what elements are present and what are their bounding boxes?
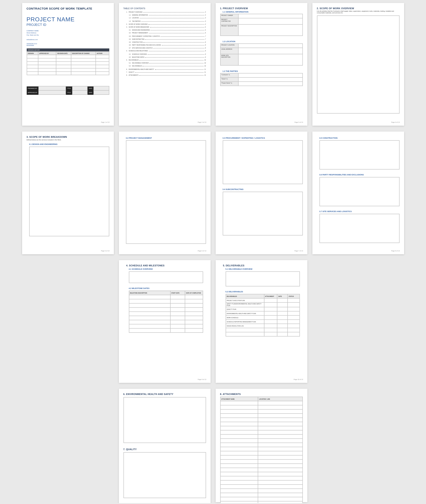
version-date: 00/00/0000 — [27, 45, 109, 46]
toc-item-number: 3.5 — [123, 41, 132, 43]
lbl-date-2: DATE — [87, 90, 94, 95]
version-block: VERSION 0.0.0 00/00/0000 — [27, 43, 109, 46]
page-number: Page 6 of 13 — [198, 250, 206, 252]
page-number: Page 8 of 13 — [391, 250, 400, 252]
toc-item: 3.5CONSTRUCTION8 — [123, 41, 206, 44]
toc-dots — [149, 15, 204, 15]
toc-item-number: 4.2 — [123, 56, 132, 58]
toc-item: 3.1DESIGN AND ENGINEERING5 — [123, 29, 206, 32]
attachments-table: ATTACHMENT NAME LOCATION / LINK — [220, 397, 303, 503]
page-row: 4. SCHEDULE AND MILESTONES 4.1 SCHEDULE … — [0, 260, 426, 383]
toc-item-page: 12 — [204, 74, 206, 76]
lbl-proj-contractor: PROJECT CONTRACTOR — [220, 18, 238, 24]
toc-dots — [161, 36, 204, 37]
toc-item: 3.6PARTY RESPONSIBILITIES AND EXCLUSIONS… — [123, 44, 206, 47]
heading-1-2: 1.2 LOCATION — [223, 40, 303, 43]
document-thumbnail-grid: CONTRACTOR SCOPE OF WORK TEMPLATE PROJEC… — [0, 0, 426, 503]
lbl-prepared-by: PREPARED BY — [27, 86, 39, 90]
milestone-table: MILESTONE DESCRIPTION START DATE DATE OF… — [129, 291, 203, 333]
page-10: 5. DELIVERABLES 5.1 DELIVERABLE OVERVIEW… — [215, 260, 307, 383]
col-deliverables: DELIVERABLES — [226, 294, 264, 298]
table-row: SAFETY PLAN/ENVIRONMENTAL HEALTH AND SAF… — [226, 303, 299, 307]
toc-item-text: SUBCONTRACTING — [132, 38, 145, 40]
toc-item: 1.3THE PARTIES3 — [123, 20, 206, 23]
heading-3-3: 3.3 PROCUREMENT / EXPEDITING / LOGISTICS — [223, 137, 303, 139]
table-row: ISSUES RESOLUTION LOG — [226, 324, 299, 328]
lbl-proj-location: PROJECT LOCATION — [220, 44, 238, 48]
heading-3-6: 3.6 PARTY RESPONSIBILITIES AND EXCLUSION… — [319, 174, 399, 176]
general-info-table: PROJECT OWNER PROJECT CONTRACTOR PROJECT… — [220, 14, 303, 36]
toc-dots — [143, 12, 204, 13]
vh-col-revdate: REVISION DATE — [56, 51, 71, 55]
toc-item: 2.SCOPE OF WORK OVERVIEW4 — [123, 23, 206, 26]
toc-item-number: 7. — [123, 71, 129, 73]
toc-list: 1.PROJECT OVERVIEW31.1GENERAL INFORMATIO… — [123, 11, 206, 77]
toc-item-page: 7 — [205, 38, 206, 40]
lbl-date-1: DATE — [87, 86, 94, 90]
heading-3-4: 3.4 SUBCONTRACTING — [223, 188, 303, 190]
page-3: 1. PROJECT OVERVIEW 1.1 GENERAL INFORMAT… — [215, 3, 307, 126]
toc-dots — [135, 72, 203, 73]
heading-4-1: 4.1 SCHEDULE OVERVIEW — [129, 268, 203, 270]
toc-item: 3.7SITE SERVICES AND LOGISTICS8 — [123, 47, 206, 50]
col-attach-location: LOCATION / LINK — [258, 397, 302, 401]
toc-item-text: DELIVERABLES — [129, 59, 139, 61]
toc-dots — [151, 30, 204, 30]
page-8: 3.5 CONSTRUCTION 3.6 PARTY RESPONSIBILIT… — [312, 131, 404, 254]
toc-item-text: SCOPE OF WORK OVERVIEW — [129, 23, 148, 25]
toc-item: 3.2PROJECT MANAGEMENT6 — [123, 32, 206, 35]
toc-item-number: 3. — [123, 26, 129, 28]
toc-item: 4.2MILESTONE DATES9 — [123, 56, 206, 59]
toc-item-page: 11 — [204, 68, 206, 70]
col-attach-name: ATTACHMENT NAME — [220, 397, 258, 401]
toc-item-page: 7 — [205, 35, 206, 37]
deliverable-name: SAFETY PLAN/ENVIRONMENTAL HEALTH AND SAF… — [226, 303, 264, 307]
deliverable-name: PROJECT EXECUTION PLAN — [226, 298, 264, 302]
toc-item-page: 5 — [205, 29, 206, 31]
responsibilities-box — [319, 177, 399, 206]
col-status: STATUS — [288, 294, 299, 298]
toc-item-number: 3.6 — [123, 44, 132, 46]
heading-8: 8. ATTACHMENTS — [220, 393, 303, 395]
page-5: 3. SCOPE OF WORK BREAKDOWN Defined below… — [22, 131, 114, 254]
toc-item-number: 1.1 — [123, 14, 132, 16]
page-number: Page 3 of 13 — [294, 122, 303, 123]
location-table: PROJECT LOCATION LEGAL ADDRESS WORK SITE… — [220, 44, 303, 66]
toc-dots — [149, 33, 204, 33]
page-number: Page 1 of 13 — [101, 122, 109, 123]
lbl-worksite-desc: WORK SITE DESCRIPTION — [220, 54, 238, 65]
toc-item-text: PROJECT OVERVIEW — [129, 11, 142, 13]
toc-item-number: 1. — [123, 11, 129, 13]
toc-title: TABLE OF CONTENTS — [123, 7, 206, 10]
page-12: 8. ATTACHMENTS ATTACHMENT NAME LOCATION … — [215, 389, 307, 502]
deliverable-name: ISSUES RESOLUTION LOG — [226, 324, 264, 328]
project-name: PROJECT NAME — [27, 16, 109, 23]
toc-item-text: PROCUREMENT / EXPEDITING / LOGISTICS — [132, 35, 160, 37]
parties-table: "Contractor" is: "Owner" is: "Project Ow… — [220, 73, 303, 86]
table-row: SCHEDULE REPORTING MANAGEMENT PLAN — [226, 320, 299, 324]
toc-item-number: 8. — [123, 74, 129, 76]
page-9: 4. SCHEDULE AND MILESTONES 4.1 SCHEDULE … — [119, 260, 210, 383]
toc-dots — [142, 21, 204, 22]
toc-item-number: 1.3 — [123, 20, 132, 22]
ehs-box — [123, 397, 206, 443]
toc-item-text: PROJECT MANAGEMENT — [132, 32, 148, 34]
company-street: Street Address — [27, 32, 109, 34]
quality-box — [123, 452, 206, 498]
procurement-box — [223, 140, 303, 184]
toc-item: 1.2LOCATION3 — [123, 17, 206, 20]
lbl-title-2: TITLE — [66, 90, 72, 95]
company-name: COMPANY NAME — [27, 30, 109, 32]
toc-item-page: 4 — [205, 23, 206, 25]
company-city: City, State and Zip — [27, 34, 109, 36]
page-number: Page 9 of 13 — [198, 379, 206, 380]
in-date-2 — [94, 90, 109, 95]
signature-table: PREPARED BY TITLE DATE APPROVED BY TITLE… — [27, 86, 109, 95]
sow-overview-desc: List all activities that the Contractor … — [317, 10, 399, 14]
heading-3-5: 3.5 CONSTRUCTION — [319, 137, 399, 139]
col-start-date: START DATE — [170, 291, 185, 295]
lbl-party-contractor: "Contractor" is: — [220, 73, 238, 77]
toc-dots — [145, 39, 204, 40]
heading-3-1: 3.1 DESIGN AND ENGINEERING — [29, 143, 109, 145]
heading-7: 7. QUALITY — [123, 448, 206, 451]
